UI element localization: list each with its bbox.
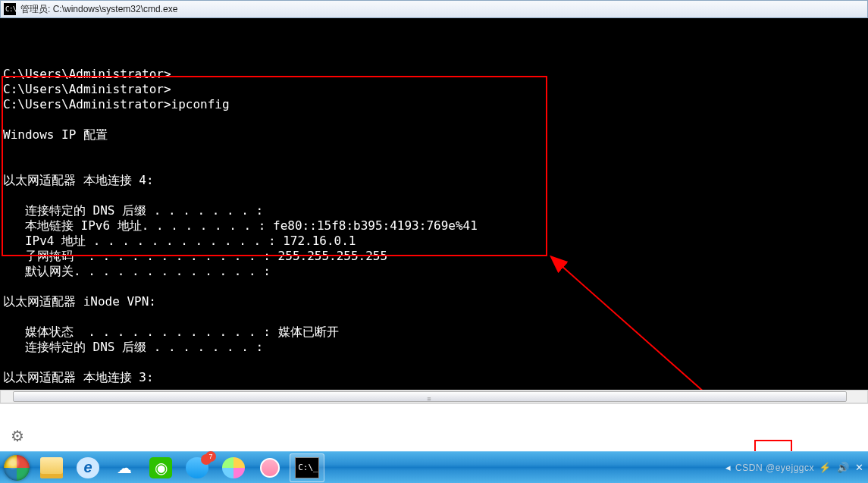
watermark-text: CSDN @eyejggcx — [735, 463, 814, 473]
start-button[interactable] — [0, 452, 33, 484]
terminal-line — [0, 188, 868, 203]
windows-logo-icon — [4, 455, 30, 481]
browser-icon — [222, 457, 245, 478]
system-tray: ◂ CSDN @eyejggcx ⚡ 🔊 ✕ — [724, 452, 868, 483]
taskbar-item-cloud[interactable]: ☁ — [108, 453, 141, 482]
terminal-line — [0, 309, 868, 325]
terminal-line — [0, 112, 868, 127]
terminal-line: 子网掩码 . . . . . . . . . . . . : 255.255.2… — [0, 249, 868, 264]
horizontal-scrollbar[interactable]: ≡ — [0, 390, 868, 403]
taskbar-item-browser[interactable] — [217, 453, 250, 482]
gear-icon[interactable]: ⚙ — [11, 427, 24, 445]
circle-icon — [260, 458, 280, 478]
cmd-window: C:\. 管理员: C:\windows\system32\cmd.exe C:… — [0, 0, 868, 390]
terminal-line — [0, 158, 868, 173]
terminal-line: 以太网适配器 本地连接 3: — [0, 370, 868, 385]
scrollbar-thumb[interactable]: ≡ — [13, 391, 847, 402]
terminal-line: 以太网适配器 本地连接 4: — [0, 173, 868, 188]
cmd-icon: C:\. — [4, 3, 16, 15]
tray-close-icon[interactable]: ✕ — [854, 462, 865, 473]
terminal-line: 媒体状态 . . . . . . . . . . . . : 媒体已断开 — [0, 325, 868, 340]
taskbar-item-ie[interactable]: e — [71, 453, 105, 482]
tray-overflow-icon[interactable]: ◂ — [724, 462, 732, 473]
tray-volume-icon[interactable]: 🔊 — [835, 462, 851, 473]
window-title: 管理员: C:\windows\system32\cmd.exe — [20, 3, 177, 16]
terminal-line: 连接特定的 DNS 后缀 . . . . . . . : — [0, 340, 868, 355]
terminal-line — [0, 355, 868, 370]
taskbar: e ☁ ◉ 7 C:\_ ◂ CSDN @eyejggcx ⚡ 🔊 ✕ — [0, 451, 868, 483]
terminal-line — [0, 279, 868, 294]
terminal-line: C:\Users\Administrator> — [0, 82, 868, 97]
terminal-line: 以太网适配器 iNode VPN: — [0, 294, 868, 309]
ie-icon: e — [77, 457, 99, 478]
taskbar-item-wechat[interactable]: ◉ — [144, 453, 177, 482]
qq-badge: 7 — [205, 451, 216, 462]
taskbar-item-cmd[interactable]: C:\_ — [290, 453, 324, 482]
terminal-line: 本地链接 IPv6 地址. . . . . . . . : fe80::15f8… — [0, 218, 868, 234]
folder-icon — [40, 457, 63, 478]
editor-bottom-strip: ⚙ — [0, 403, 868, 451]
terminal-line: Windows IP 配置 — [0, 127, 868, 143]
terminal-line: C:\Users\Administrator> — [0, 67, 868, 82]
taskbar-item-explorer[interactable] — [35, 453, 68, 482]
cloud-icon: ☁ — [113, 457, 136, 478]
terminal-line: C:\Users\Administrator>ipconfig — [0, 97, 868, 112]
tray-power-icon[interactable]: ⚡ — [817, 462, 832, 473]
wechat-icon: ◉ — [149, 457, 172, 478]
terminal-body[interactable]: C:\Users\Administrator>C:\Users\Administ… — [0, 18, 868, 390]
cmd-taskbar-icon: C:\_ — [295, 457, 319, 478]
taskbar-item-circle[interactable] — [253, 453, 287, 482]
terminal-line: 默认网关. . . . . . . . . . . . . : — [0, 264, 868, 279]
terminal-line: 连接特定的 DNS 后缀 . . . . . . . : — [0, 203, 868, 218]
terminal-line — [0, 143, 868, 158]
terminal-line: IPv4 地址 . . . . . . . . . . . . : 172.16… — [0, 234, 868, 249]
taskbar-item-qq[interactable]: 7 — [180, 453, 214, 482]
qq-icon — [186, 457, 208, 478]
titlebar[interactable]: C:\. 管理员: C:\windows\system32\cmd.exe — [0, 0, 868, 18]
scrollbar-grip: ≡ — [427, 395, 432, 403]
